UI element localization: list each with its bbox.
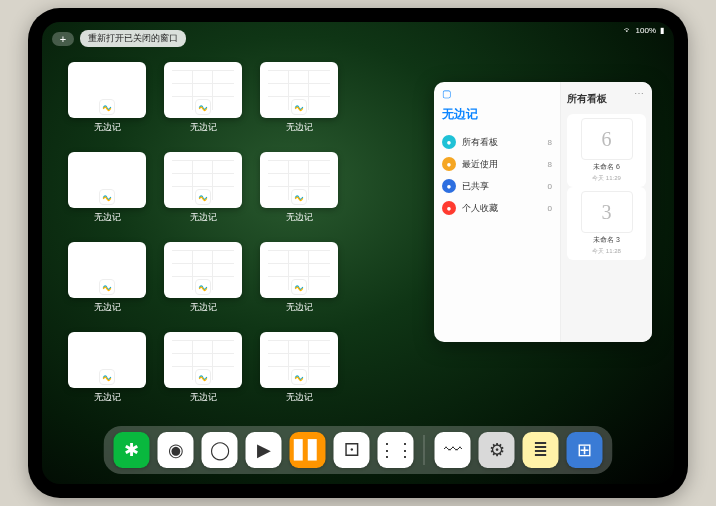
battery-label: 100% xyxy=(636,26,656,35)
dock-books-icon[interactable]: ▋▋ xyxy=(290,432,326,468)
window-thumbnail xyxy=(164,332,242,388)
window-label: 无边记 xyxy=(190,211,217,224)
window-thumbnail xyxy=(260,152,338,208)
window-thumbnail xyxy=(260,242,338,298)
app-window[interactable]: 无边记 xyxy=(260,152,338,230)
top-bar: + 重新打开已关闭的窗口 xyxy=(52,30,186,47)
freeform-icon xyxy=(291,99,307,115)
panel-item-label: 个人收藏 xyxy=(462,202,498,215)
add-button[interactable]: + xyxy=(52,32,74,46)
window-label: 无边记 xyxy=(94,121,121,134)
sidebar-icon[interactable]: ▢ xyxy=(442,88,451,99)
window-label: 无边记 xyxy=(286,391,313,404)
board-card[interactable]: 6 未命名 6 今天 11:29 xyxy=(567,114,646,187)
freeform-icon xyxy=(195,279,211,295)
app-window[interactable]: 无边记 xyxy=(260,242,338,320)
panel-item-count: 8 xyxy=(548,138,552,147)
window-label: 无边记 xyxy=(94,211,121,224)
window-label: 无边记 xyxy=(190,391,217,404)
freeform-icon xyxy=(195,369,211,385)
board-time: 今天 11:28 xyxy=(592,247,621,256)
window-thumbnail xyxy=(68,62,146,118)
panel-item-heart[interactable]: ● 个人收藏 0 xyxy=(442,197,552,219)
board-name: 未命名 6 xyxy=(593,162,620,172)
app-window[interactable]: 无边记 xyxy=(164,62,242,140)
app-window[interactable]: 无边记 xyxy=(68,152,146,230)
panel-item-count: 0 xyxy=(548,204,552,213)
dock-wechat-icon[interactable]: ✱ xyxy=(114,432,150,468)
window-label: 无边记 xyxy=(94,391,121,404)
dock-notes-icon[interactable]: ≣ xyxy=(523,432,559,468)
freeform-icon xyxy=(195,99,211,115)
grid-icon: ● xyxy=(442,135,456,149)
app-window[interactable]: 无边记 xyxy=(68,62,146,140)
panel-item-count: 0 xyxy=(548,182,552,191)
board-time: 今天 11:29 xyxy=(592,174,621,183)
window-label: 无边记 xyxy=(286,121,313,134)
panel-item-clock[interactable]: ● 最近使用 8 xyxy=(442,153,552,175)
dock-settings-icon[interactable]: ⚙ xyxy=(479,432,515,468)
dock-separator xyxy=(424,435,425,465)
window-thumbnail xyxy=(68,332,146,388)
sidebar-panel: ▢ ⋯ 无边记 ● 所有看板 8● 最近使用 8● 已共享 0● 个人收藏 0 … xyxy=(434,82,652,342)
window-thumbnail xyxy=(164,152,242,208)
app-window[interactable]: 无边记 xyxy=(164,152,242,230)
window-label: 无边记 xyxy=(286,301,313,314)
dock-freeform-icon[interactable]: 〰 xyxy=(435,432,471,468)
window-thumbnail xyxy=(68,242,146,298)
dock-apps-icon[interactable]: ⊞ xyxy=(567,432,603,468)
dock-play-icon[interactable]: ▶ xyxy=(246,432,282,468)
status-bar: ᯤ 100% ▮ xyxy=(624,26,664,35)
reopen-closed-window-pill[interactable]: 重新打开已关闭的窗口 xyxy=(80,30,186,47)
panel-left: 无边记 ● 所有看板 8● 最近使用 8● 已共享 0● 个人收藏 0 xyxy=(434,82,560,342)
window-label: 无边记 xyxy=(190,301,217,314)
clock-icon: ● xyxy=(442,157,456,171)
freeform-icon xyxy=(291,189,307,205)
freeform-icon xyxy=(99,369,115,385)
panel-item-label: 所有看板 xyxy=(462,136,498,149)
wifi-icon: ᯤ xyxy=(624,26,632,35)
window-thumbnail xyxy=(260,332,338,388)
window-grid: 无边记 无边记 无边记 无边记 无边记 xyxy=(68,62,434,410)
app-window[interactable]: 无边记 xyxy=(68,332,146,410)
dock-nodes-icon[interactable]: ⋮⋮ xyxy=(378,432,414,468)
more-icon[interactable]: ⋯ xyxy=(634,88,644,99)
freeform-icon xyxy=(99,99,115,115)
panel-item-label: 最近使用 xyxy=(462,158,498,171)
freeform-icon xyxy=(291,369,307,385)
window-thumbnail xyxy=(164,242,242,298)
screen: ᯤ 100% ▮ + 重新打开已关闭的窗口 无边记 无边记 xyxy=(42,22,674,484)
freeform-icon xyxy=(99,189,115,205)
ipad-frame: ᯤ 100% ▮ + 重新打开已关闭的窗口 无边记 无边记 xyxy=(28,8,688,498)
app-window[interactable]: 无边记 xyxy=(260,332,338,410)
app-window[interactable]: 无边记 xyxy=(260,62,338,140)
share-icon: ● xyxy=(442,179,456,193)
dock-qqbrowser-icon[interactable]: ◯ xyxy=(202,432,238,468)
window-thumbnail xyxy=(68,152,146,208)
app-window[interactable]: 无边记 xyxy=(164,242,242,320)
panel-right: 所有看板 6 未命名 6 今天 11:293 未命名 3 今天 11:28 xyxy=(560,82,652,342)
board-sketch: 6 xyxy=(581,118,633,160)
app-window[interactable]: 无边记 xyxy=(68,242,146,320)
board-name: 未命名 3 xyxy=(593,235,620,245)
panel-item-grid[interactable]: ● 所有看板 8 xyxy=(442,131,552,153)
window-label: 无边记 xyxy=(190,121,217,134)
panel-item-count: 8 xyxy=(548,160,552,169)
window-thumbnail xyxy=(260,62,338,118)
panel-item-share[interactable]: ● 已共享 0 xyxy=(442,175,552,197)
dock-dice-icon[interactable]: ⚀ xyxy=(334,432,370,468)
panel-title: 无边记 xyxy=(442,106,552,123)
freeform-icon xyxy=(291,279,307,295)
board-card[interactable]: 3 未命名 3 今天 11:28 xyxy=(567,187,646,260)
panel-item-label: 已共享 xyxy=(462,180,489,193)
window-thumbnail xyxy=(164,62,242,118)
freeform-icon xyxy=(99,279,115,295)
app-window[interactable]: 无边记 xyxy=(164,332,242,410)
window-label: 无边记 xyxy=(94,301,121,314)
heart-icon: ● xyxy=(442,201,456,215)
board-sketch: 3 xyxy=(581,191,633,233)
dock: ✱◉◯▶▋▋⚀⋮⋮〰⚙≣⊞ xyxy=(104,426,613,474)
freeform-icon xyxy=(195,189,211,205)
battery-icon: ▮ xyxy=(660,26,664,35)
dock-quark-icon[interactable]: ◉ xyxy=(158,432,194,468)
